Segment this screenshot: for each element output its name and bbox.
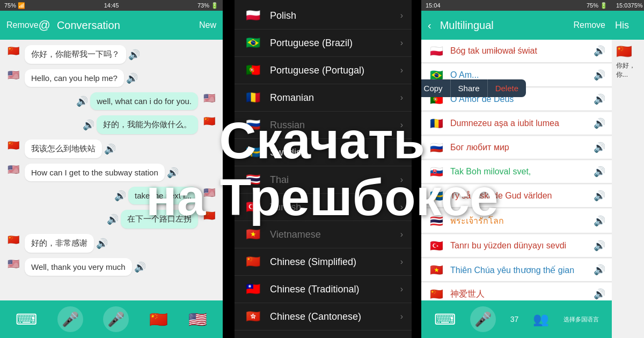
left-status-bar: 75% 📶 14:45 73% 🔋	[0, 0, 223, 11]
bubble-text: 好的，我能为你做什么。	[97, 115, 198, 134]
multi-item: 🇵🇱 Bóg tak umiłował świat 🔊	[421, 40, 612, 63]
message-row: 🇺🇸 How can I get to the subway station 🔊	[5, 164, 217, 181]
left-remove-button[interactable]: Remove	[6, 20, 39, 30]
new-button[interactable]: New	[199, 20, 216, 30]
flag-us: 🇺🇸	[5, 69, 21, 81]
language-dropdown: 🇵🇱 Polish › 🇧🇷 Portuguese (Brazil) › 🇵🇹 …	[235, 0, 412, 338]
his-title: His	[615, 20, 629, 31]
lang-name: Romanian	[270, 92, 314, 104]
at-icon: @	[39, 18, 50, 32]
sound-icon[interactable]: 🔊	[134, 261, 146, 273]
sound-icon[interactable]: 🔊	[594, 142, 605, 153]
delete-button[interactable]: Delete	[488, 79, 526, 97]
mic-button[interactable]: 🎤	[57, 306, 83, 332]
share-button[interactable]: Share	[451, 79, 488, 97]
multi-text: 神爱世人	[450, 289, 589, 300]
flag-cn-bottom: 🇨🇳	[149, 311, 168, 328]
right-remove-button[interactable]: Remove	[573, 20, 605, 30]
turkish-flag: 🇹🇷	[243, 200, 262, 214]
sound-icon[interactable]: 🔊	[594, 240, 605, 252]
cn-flag: 🇨🇳	[428, 288, 445, 300]
multi-item: 🇷🇺 Бог любит мир 🔊	[421, 136, 612, 159]
multi-item: 🇹🇷 Tanrı bu yüzden dünyayı sevdi 🔊	[421, 234, 612, 258]
lang-item-swedish[interactable]: 🇸🇪 Swedish ›	[235, 139, 412, 166]
romanian-flag: 🇷🇴	[243, 91, 262, 105]
sound-icon[interactable]: 🔊	[126, 72, 138, 84]
sound-icon[interactable]: 🔊	[76, 95, 88, 107]
sound-icon[interactable]: 🔊	[594, 45, 605, 57]
sound-icon[interactable]: 🔊	[594, 166, 605, 178]
sound-icon[interactable]: 🔊	[594, 69, 605, 81]
multi-text: Ty så älskade Gud världen	[450, 191, 589, 201]
sound-icon[interactable]: 🔊	[96, 238, 108, 249]
sound-icon[interactable]: 🔊	[104, 143, 116, 155]
flag-us: 🇺🇸	[201, 92, 217, 104]
sound-icon[interactable]: 🔊	[594, 215, 605, 227]
copy-button[interactable]: Copy	[421, 79, 451, 97]
lang-item-chinese-cantonese[interactable]: 🇭🇰 Chinese (Cantonese) ›	[235, 303, 412, 330]
far-text: 你好，你...	[616, 61, 640, 79]
chevron-icon: ›	[400, 93, 403, 102]
right-nav-bar: ‹ Multilingual Remove	[421, 11, 612, 40]
language-list: 🇵🇱 Polish › 🇧🇷 Portuguese (Brazil) › 🇵🇹 …	[235, 0, 412, 330]
lang-item-russian[interactable]: 🇷🇺 Russian ›	[235, 112, 412, 139]
lang-item-chinese-traditional[interactable]: 🇹🇼 Chinese (Traditional) ›	[235, 276, 412, 303]
chevron-icon: ›	[400, 284, 403, 294]
thai-flag: 🇹🇭	[243, 173, 262, 187]
cn-flag-far: 🇨🇳	[616, 44, 632, 58]
mic-button-2[interactable]: 🎤	[103, 306, 129, 332]
user-count: 37	[510, 315, 519, 324]
swedish-flag: 🇸🇪	[243, 145, 262, 159]
multi-item: 🇨🇳 神爱世人 🔊	[421, 283, 612, 300]
lang-item-turkish[interactable]: 🇹🇷 Turkish ›	[235, 194, 412, 221]
hk-flag: 🇭🇰	[243, 310, 262, 324]
sound-icon[interactable]: 🔊	[594, 288, 605, 300]
flag-cn: 🇨🇳	[201, 210, 217, 222]
lang-name: Chinese (Cantonese)	[270, 311, 361, 322]
russian-flag: 🇷🇺	[243, 118, 262, 132]
lang-name: Swedish	[270, 147, 306, 158]
multi-item: 🇸🇰 Tak Boh miloval svet, 🔊	[421, 160, 612, 183]
lang-item-thai[interactable]: 🇹🇭 Thai ›	[235, 166, 412, 194]
lang-item-polish[interactable]: 🇵🇱 Polish ›	[235, 2, 412, 30]
chevron-icon: ›	[400, 202, 403, 212]
chevron-icon: ›	[400, 120, 403, 130]
far-battery: 75%	[631, 2, 643, 9]
left-panel: 75% 📶 14:45 73% 🔋 Remove @ Conversation …	[0, 0, 223, 338]
lang-name: Russian	[270, 120, 305, 131]
lang-name: Thai	[270, 174, 289, 186]
sound-icon[interactable]: 🔊	[167, 167, 179, 179]
back-button[interactable]: ‹	[428, 19, 431, 32]
multi-text: Tak Boh miloval svet,	[450, 167, 589, 177]
sound-icon[interactable]: 🔊	[594, 117, 605, 129]
sound-icon[interactable]: 🔊	[83, 119, 94, 131]
mic-button[interactable]: 🎤	[470, 306, 496, 332]
bubble-text: 在下一个路口左拐	[121, 210, 198, 229]
chevron-icon: ›	[400, 148, 403, 157]
chevron-icon: ›	[400, 38, 403, 48]
chevron-icon: ›	[400, 175, 403, 185]
sound-icon[interactable]: 🔊	[128, 49, 140, 61]
brazil-flag: 🇧🇷	[243, 36, 262, 50]
sound-icon[interactable]: 🔊	[594, 264, 605, 276]
sound-icon[interactable]: 🔊	[594, 93, 605, 105]
keyboard-icon[interactable]: ⌨	[16, 311, 37, 328]
lang-item-romanian[interactable]: 🇷🇴 Romanian ›	[235, 84, 412, 112]
flag-us: 🇺🇸	[5, 258, 21, 270]
multi-text: Thiên Chúa yêu thương thế gian	[450, 265, 589, 275]
lang-item-vietnamese[interactable]: 🇻🇳 Vietnamese ›	[235, 221, 412, 248]
multi-item: 🇸🇪 Ty så älskade Gud världen 🔊	[421, 185, 612, 208]
sound-icon[interactable]: 🔊	[107, 214, 119, 225]
left-battery: 73% 🔋	[197, 2, 218, 9]
sound-icon[interactable]: 🔊	[594, 190, 605, 202]
add-language-button[interactable]: 👥	[533, 312, 549, 327]
lang-item-chinese-simplified[interactable]: 🇨🇳 Chinese (Simplified) ›	[235, 248, 412, 276]
left-signal: 75% 📶	[4, 2, 25, 9]
lang-item-pt-brazil[interactable]: 🇧🇷 Portuguese (Brazil) ›	[235, 30, 412, 57]
lang-item-pt-portugal[interactable]: 🇵🇹 Portuguese (Portugal) ›	[235, 57, 412, 84]
right-time: 15:04	[426, 2, 441, 9]
tw-flag: 🇹🇼	[243, 282, 262, 296]
bubble-text: 你好，你能帮我一下吗？	[25, 45, 126, 64]
keyboard-icon[interactable]: ⌨	[434, 311, 456, 328]
sound-icon[interactable]: 🔊	[114, 190, 126, 202]
